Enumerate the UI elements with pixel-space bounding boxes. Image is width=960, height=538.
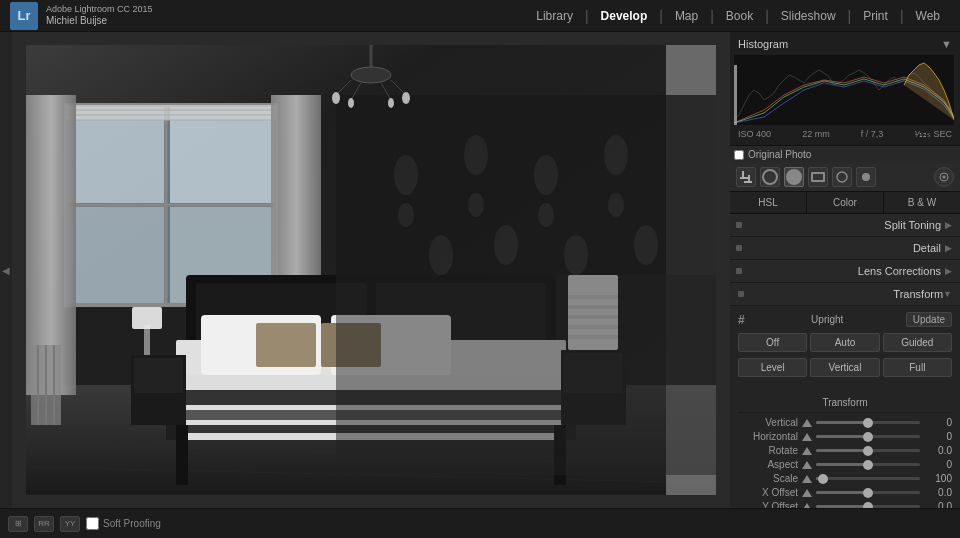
nav-web[interactable]: Web — [906, 5, 950, 27]
xoffset-slider-track[interactable] — [816, 491, 920, 494]
aspect-slider-label: Aspect — [738, 459, 798, 470]
vertical-slider-label: Vertical — [738, 417, 798, 428]
histogram-info: ISO 400 22 mm f / 7,3 ¹⁄₁₂₅ SEC — [734, 127, 956, 141]
xoffset-slider-value: 0.0 — [924, 487, 952, 498]
rotate-slider-row: Rotate 0.0 — [738, 445, 952, 456]
bottom-left: ⊞ RR YY Soft Proofing — [8, 516, 161, 532]
lens-corrections-section[interactable]: Lens Corrections ▶ — [730, 260, 960, 283]
heal-tool[interactable] — [760, 167, 780, 187]
upright-full-btn[interactable]: Full — [883, 358, 952, 377]
rotate-slider-triangle[interactable] — [802, 447, 812, 455]
svg-point-25 — [398, 203, 414, 227]
svg-rect-12 — [68, 107, 164, 203]
iso-info: ISO 400 — [738, 129, 771, 139]
transform-arrow: ▼ — [943, 289, 952, 299]
vertical-slider-triangle[interactable] — [802, 419, 812, 427]
horizontal-slider-label: Horizontal — [738, 431, 798, 442]
crop-tool[interactable] — [736, 167, 756, 187]
xoffset-slider-triangle[interactable] — [802, 489, 812, 497]
svg-point-33 — [494, 225, 518, 265]
vertical-slider-track[interactable] — [816, 421, 920, 424]
split-toning-section[interactable]: Split Toning ▶ — [730, 214, 960, 237]
nav-menu: Library | Develop | Map | Book | Slidesh… — [526, 5, 950, 27]
yoffset-slider-track[interactable] — [816, 505, 920, 508]
upright-label: Upright — [811, 314, 843, 325]
original-photo-checkbox[interactable] — [734, 150, 744, 160]
vertical-slider-value: 0 — [924, 417, 952, 428]
upright-off-btn[interactable]: Off — [738, 333, 807, 352]
svg-point-45 — [388, 98, 394, 108]
xoffset-slider-row: X Offset 0.0 — [738, 487, 952, 498]
detail-section[interactable]: Detail ▶ — [730, 237, 960, 260]
aspect-slider-track[interactable] — [816, 463, 920, 466]
tab-color[interactable]: Color — [807, 192, 884, 213]
soft-proofing-row: Soft Proofing — [86, 517, 161, 530]
scale-slider-track[interactable] — [816, 477, 920, 480]
horizontal-slider-row: Horizontal 0 — [738, 431, 952, 442]
focal-info: 22 mm — [802, 129, 830, 139]
upright-level-btn[interactable]: Level — [738, 358, 807, 377]
histogram-section: Histogram ▼ — [730, 32, 960, 146]
bottom-bar: ⊞ RR YY Soft Proofing — [0, 508, 960, 538]
tab-hsl[interactable]: HSL — [730, 192, 807, 213]
rotate-slider-value: 0.0 — [924, 445, 952, 456]
target-tool[interactable] — [934, 167, 954, 187]
sliders-section: Transform Vertical 0 Horizontal — [730, 389, 960, 508]
svg-rect-63 — [144, 325, 150, 355]
top-bar: Lr Adobe Lightroom CC 2015 Michiel Buijs… — [0, 0, 960, 32]
svg-point-35 — [634, 225, 658, 265]
upright-auto-btn[interactable]: Auto — [810, 333, 879, 352]
left-panel-toggle[interactable]: ◀ — [0, 32, 12, 508]
rotate-slider-label: Rotate — [738, 445, 798, 456]
horizontal-slider-track[interactable] — [816, 435, 920, 438]
update-button[interactable]: Update — [906, 312, 952, 327]
rotate-slider-track[interactable] — [816, 449, 920, 452]
app-title: Adobe Lightroom CC 2015 — [46, 4, 153, 15]
redeye-tool[interactable] — [784, 167, 804, 187]
nav-book[interactable]: Book — [716, 5, 763, 27]
detail-title: Detail — [746, 242, 941, 254]
bottom-icon-2[interactable]: RR — [34, 516, 54, 532]
upright-vertical-btn[interactable]: Vertical — [810, 358, 879, 377]
histogram-canvas — [734, 55, 954, 125]
scale-slider-label: Scale — [738, 473, 798, 484]
svg-point-31 — [608, 193, 624, 217]
bottom-icon-3[interactable]: YY — [60, 516, 80, 532]
histogram-dropdown-icon[interactable]: ▼ — [941, 38, 952, 50]
bottom-icon-1[interactable]: ⊞ — [8, 516, 28, 532]
nav-slideshow[interactable]: Slideshow — [771, 5, 846, 27]
aspect-slider-value: 0 — [924, 459, 952, 470]
main-layout: ◀ — [0, 32, 960, 508]
scale-slider-triangle[interactable] — [802, 475, 812, 483]
yoffset-slider-triangle[interactable] — [802, 503, 812, 509]
tab-bw[interactable]: B & W — [884, 192, 960, 213]
radial-tool[interactable] — [832, 167, 852, 187]
split-toning-dot — [736, 222, 742, 228]
svg-point-34 — [564, 235, 588, 275]
scale-slider-row: Scale 100 — [738, 473, 952, 484]
nav-sep-2: | — [659, 8, 663, 24]
brush-tool[interactable] — [856, 167, 876, 187]
original-photo-row: Original Photo — [730, 146, 960, 163]
graduated-tool[interactable] — [808, 167, 828, 187]
horizontal-slider-triangle[interactable] — [802, 433, 812, 441]
svg-rect-59 — [176, 425, 188, 485]
transform-dot — [738, 291, 744, 297]
svg-rect-73 — [336, 275, 716, 475]
svg-point-30 — [604, 135, 628, 175]
hash-icon: # — [738, 313, 745, 327]
upright-section: # Upright Update Off Auto Guided Level V… — [730, 306, 960, 389]
aspect-slider-triangle[interactable] — [802, 461, 812, 469]
user-name: Michiel Buijse — [46, 15, 153, 27]
nav-print[interactable]: Print — [853, 5, 898, 27]
soft-proofing-checkbox[interactable] — [86, 517, 99, 530]
transform-header[interactable]: Transform ▼ — [730, 283, 960, 306]
shutter-info: ¹⁄₁₂₅ SEC — [914, 129, 952, 139]
nav-library[interactable]: Library — [526, 5, 583, 27]
nav-develop[interactable]: Develop — [591, 5, 658, 27]
upright-guided-btn[interactable]: Guided — [883, 333, 952, 352]
tool-icons-row — [730, 163, 960, 192]
nav-map[interactable]: Map — [665, 5, 708, 27]
soft-proofing-label: Soft Proofing — [103, 518, 161, 529]
horizontal-slider-value: 0 — [924, 431, 952, 442]
